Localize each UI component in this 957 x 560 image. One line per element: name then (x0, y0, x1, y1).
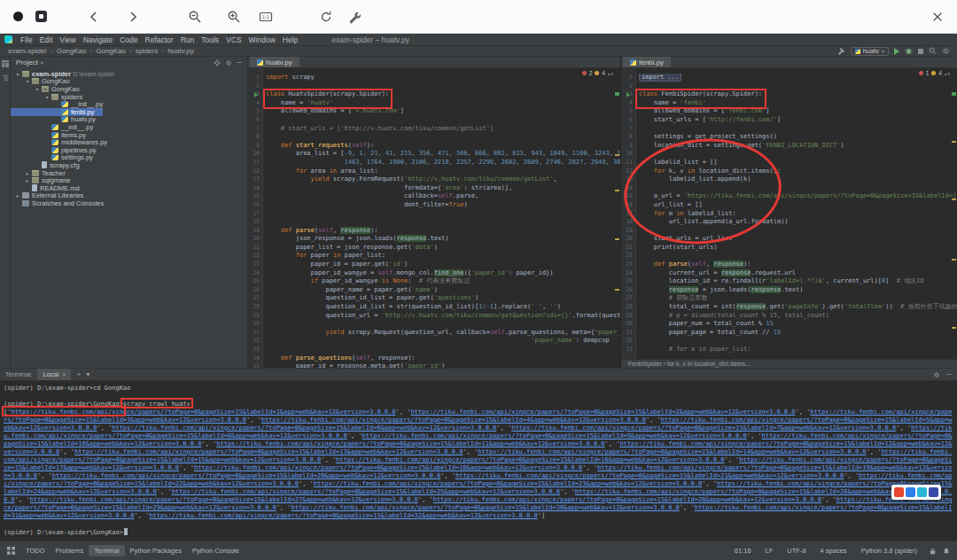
project-panel-title[interactable]: Project (16, 58, 38, 66)
chevron-down-icon[interactable]: ▾ (41, 59, 43, 66)
terminal-session-tab[interactable]: Local × (37, 369, 71, 380)
tree-item[interactable]: ▾spiders (11, 93, 91, 101)
statusbar-python-packages[interactable]: Python Packages (125, 545, 187, 556)
status-python-3-8-spider-[interactable]: Python 3.8 (spider) (856, 545, 922, 556)
terminal-url-link[interactable]: https://tiku.fenbi.com/api/xingce/papers… (261, 416, 646, 424)
scroll-mark[interactable] (952, 92, 956, 96)
breadcrumb-item[interactable]: GongKao (95, 47, 127, 55)
breadcrumb-item[interactable]: exam-spider (7, 47, 48, 55)
new-session-icon[interactable]: + (76, 371, 81, 378)
chevron-icons[interactable]: ▴▾ (608, 71, 614, 76)
tab-fenbi-py[interactable]: fenbi.py (623, 57, 671, 67)
hide-panel-icon[interactable]: ─ (237, 58, 242, 66)
tree-item[interactable]: fenbi.py (11, 108, 103, 116)
settings-gear-icon[interactable] (942, 47, 950, 55)
tree-item[interactable]: ▾GongKao (11, 78, 79, 86)
tab-huatv-py[interactable]: huatv.py (250, 57, 300, 67)
capture-record-icon[interactable] (894, 487, 904, 497)
tree-item[interactable]: middlewares.py (11, 138, 116, 146)
back-arrow-icon[interactable] (85, 8, 103, 26)
capture-pen-icon[interactable] (917, 487, 927, 497)
terminal-url-link[interactable]: https://tiku.fenbi.com/api/xingce/papers… (149, 512, 537, 519)
locate-target-icon[interactable] (214, 59, 221, 66)
tree-item[interactable]: ▾exam-spider D:\exam-spider (11, 70, 122, 78)
capture-camera-icon[interactable] (906, 487, 915, 497)
chevron-down-icon[interactable]: ▾ (86, 371, 89, 378)
capture-share-icon[interactable] (929, 487, 938, 497)
menu-item-run[interactable]: Run (177, 35, 198, 44)
terminal-url-link[interactable]: https://tiku.fenbi.com/api/xingce/papers… (362, 432, 747, 439)
terminal-url-link[interactable]: https://tiku.fenbi.com/api/xingce/papers… (11, 408, 395, 416)
menu-item-view[interactable]: View (56, 35, 79, 44)
tree-item[interactable]: items.py (11, 131, 95, 139)
terminal-url-link[interactable]: https://tiku.fenbi.com/api/xingce/papers… (216, 440, 604, 447)
actual-size-icon[interactable]: 1:1 (257, 8, 275, 26)
run-button[interactable] (894, 48, 899, 55)
tree-item[interactable]: __init__.py (11, 100, 112, 108)
tree-item[interactable]: ▾GongKao (11, 85, 89, 93)
minimize-icon[interactable]: ─ (946, 371, 952, 378)
scroll-mark[interactable] (952, 198, 956, 200)
status-4-spaces[interactable]: 4 spaces (815, 545, 852, 556)
menu-item-tools[interactable]: Tools (198, 35, 222, 44)
menu-item-navigate[interactable]: Navigate (80, 35, 117, 44)
tree-item[interactable]: ▸External Libraries (11, 192, 92, 200)
tree-item[interactable]: README.md (11, 184, 89, 192)
code-area-huatv[interactable]: 1import scrapy23class HuatvSpider(scrapy… (248, 68, 620, 368)
close-icon[interactable]: × (62, 371, 66, 377)
scroll-mark[interactable] (615, 92, 619, 96)
statusbar-terminal[interactable]: Terminal (89, 545, 124, 556)
terminal-url-link[interactable]: https://tiku.fenbi.com/api/xingce/papers… (336, 456, 724, 463)
terminal-url-link[interactable]: https://tiku.fenbi.com/api/xingce/papers… (74, 448, 463, 455)
debug-bug-icon[interactable] (905, 47, 913, 55)
tree-item[interactable]: ▸sqlgmane (11, 176, 80, 184)
terminal-url-link[interactable]: https://tiku.fenbi.com/api/xingce/papers… (478, 448, 866, 455)
settings-gear-icon[interactable] (933, 371, 940, 378)
rotate-icon[interactable] (317, 8, 335, 26)
terminal-title[interactable]: Terminal: (5, 370, 32, 378)
terminal-url-link[interactable]: https://tiku.fenbi.com/api/xingce/papers… (410, 408, 795, 416)
chevron-icons[interactable]: ▴▾ (945, 71, 951, 76)
status-utf-8[interactable]: UTF-8 (782, 545, 811, 556)
stop-button[interactable] (918, 49, 923, 54)
terminal-url-link[interactable]: https://tiku.fenbi.com/api/xingce/papers… (52, 472, 440, 479)
app-logo-icon[interactable] (32, 8, 50, 26)
zoom-out-icon[interactable] (186, 8, 204, 26)
structure-tool-icon[interactable] (2, 74, 9, 82)
tree-expand-icon[interactable]: ▸ (14, 192, 21, 198)
terminal-url-link[interactable]: https://tiku.fenbi.com/api/xingce/papers… (172, 488, 560, 495)
scroll-mark[interactable] (952, 327, 956, 329)
terminal-url-link[interactable]: https://tiku.fenbi.com/api/xingce/papers… (112, 424, 496, 432)
terminal-url-link[interactable]: https://tiku.fenbi.com/api/xingce/papers… (314, 480, 702, 487)
build-hammer-icon[interactable] (837, 47, 845, 55)
terminal-output-area[interactable]: (spider) D:\exam-spider>cd GongKao (spid… (0, 381, 957, 541)
status-lf[interactable]: LF (760, 545, 779, 556)
breadcrumb-item[interactable]: GongKao (56, 47, 88, 55)
menu-item-window[interactable]: Window (245, 35, 279, 44)
inspection-widget-right[interactable]: 1 4 ▴▾ (919, 70, 951, 76)
menu-item-refactor[interactable]: Refactor (142, 35, 177, 44)
breadcrumb-item[interactable]: huatv.py (167, 47, 195, 55)
tree-item[interactable]: Scratches and Consoles (11, 199, 113, 207)
code-area-fenbi[interactable]: 1import ...23class FenbiSpider(scrapy.Sp… (621, 68, 957, 368)
terminal-url-link[interactable]: https://tiku.fenbi.com/api/xingce/papers… (194, 464, 582, 471)
tree-item[interactable]: ▸Teacher (11, 169, 74, 177)
notifications-bell-icon[interactable] (943, 548, 950, 555)
tree-expand-icon[interactable]: ▾ (34, 86, 41, 92)
menu-item-code[interactable]: Code (116, 35, 141, 44)
tools-wrench-icon[interactable] (346, 8, 363, 26)
search-icon[interactable] (929, 47, 937, 55)
tree-item[interactable]: scrapy.cfg (11, 161, 89, 169)
tree-item[interactable]: __init__.py (11, 123, 102, 131)
settings-gear-icon[interactable] (225, 59, 232, 66)
tree-expand-icon[interactable]: ▾ (43, 94, 51, 100)
tree-item[interactable]: settings.py (11, 154, 102, 162)
lock-icon[interactable] (930, 548, 936, 555)
tree-expand-icon[interactable]: ▸ (24, 170, 31, 176)
tree-expand-icon[interactable]: ▾ (14, 71, 21, 77)
tree-expand-icon[interactable]: ▸ (24, 177, 31, 183)
tree-expand-icon[interactable]: ▾ (24, 78, 31, 84)
scroll-mark[interactable] (952, 259, 956, 261)
tree-item[interactable]: pipelines.py (11, 146, 105, 154)
scroll-mark[interactable] (615, 238, 619, 240)
